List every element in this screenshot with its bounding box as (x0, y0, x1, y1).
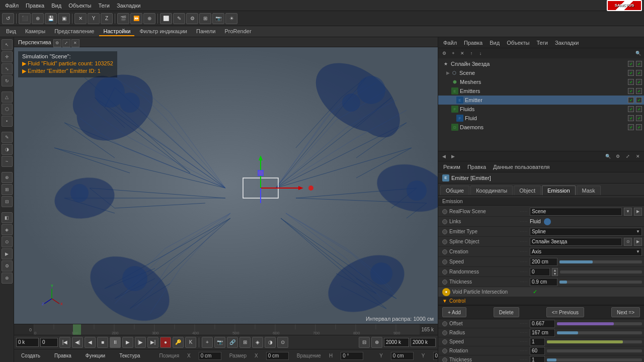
tree-item-scene[interactable]: ▶ ⬡ Scene ✓ ✓ (438, 68, 644, 77)
pause-btn[interactable]: ⏸ (110, 337, 121, 348)
offset-radio[interactable] (442, 321, 447, 326)
frame-start-input[interactable] (16, 338, 39, 347)
rp-menu-objects[interactable]: Объекты (504, 39, 532, 47)
undo-btn[interactable]: ↺ (2, 13, 14, 24)
tree-item-fluids[interactable]: F Fluids ✓ ✓ (438, 105, 644, 114)
ctrl-speed-input[interactable] (530, 338, 545, 346)
paint-btn[interactable]: ✎ (173, 13, 185, 24)
rp-menu-view[interactable]: Вид (487, 39, 503, 47)
offset-input[interactable] (530, 320, 555, 328)
motion-track-btn[interactable]: + (202, 337, 213, 348)
point-tool-icon[interactable]: • (2, 116, 13, 127)
tree-item-daemons[interactable]: D Daemons ✓ ✓ (438, 123, 644, 132)
snap-icon[interactable]: ⊕ (2, 172, 13, 183)
move-btn[interactable]: ✕ (74, 13, 87, 24)
anim-icon[interactable]: ▶ (2, 248, 13, 259)
props-menu-mode[interactable]: Режим (440, 163, 463, 171)
menu-tags[interactable]: Теги (96, 2, 113, 10)
void-particle-indicator[interactable]: ● (442, 288, 450, 296)
fluid-check2[interactable]: ✓ (636, 115, 642, 121)
spline-star-check1[interactable]: ✓ (628, 61, 634, 67)
emitters-check1[interactable]: ✓ (628, 88, 634, 94)
tree-item-spline-star[interactable]: ★ Сплайн Звезда ✓ ✓ (438, 59, 644, 68)
emitter-type-radio[interactable] (442, 229, 447, 234)
creation-dropdown[interactable]: Axis ▼ (530, 248, 642, 256)
emitter-check2[interactable]: ✓ (636, 97, 642, 103)
props-search-btn[interactable]: 🔍 (604, 152, 612, 160)
tab-general[interactable]: Общие (440, 186, 469, 195)
radius-slider[interactable] (557, 331, 642, 334)
meshers-check2[interactable]: ✓ (636, 79, 642, 85)
new-scene-btn[interactable]: ⬛ (19, 13, 31, 24)
prev-keyframe-btn[interactable]: ◀| (72, 337, 83, 348)
tab-object[interactable]: Object (514, 186, 541, 195)
thickness-radio[interactable] (442, 280, 447, 285)
realflow-scene-radio[interactable] (442, 209, 447, 214)
tree-item-emitter[interactable]: E Emitter ✓ ✓ (438, 96, 644, 105)
edit-menu-item[interactable]: Правка (51, 352, 74, 359)
speed-slider[interactable] (559, 260, 642, 263)
emitter-check1[interactable]: ✓ (628, 97, 634, 103)
props-settings-btn[interactable]: ⚙ (614, 152, 622, 160)
cam-track-btn[interactable]: 📷 (214, 337, 225, 348)
viewport-maximize-btn[interactable]: ⤢ (62, 39, 70, 47)
fluids-check1[interactable]: ✓ (628, 106, 634, 112)
sy-input[interactable] (433, 352, 438, 360)
emitter-info-arrow[interactable]: ▶ (22, 68, 26, 74)
rotate-tool-icon[interactable]: ↻ (2, 75, 13, 86)
viewport-settings-btn[interactable]: ⚙ (53, 39, 61, 47)
ctrl-thickness-input[interactable] (530, 356, 545, 363)
measure-icon[interactable]: ⊟ (2, 196, 13, 207)
spline-object-pick-btn[interactable]: ⊙ (624, 238, 632, 246)
spline-object-radio[interactable] (442, 239, 447, 244)
scene-check1[interactable]: ✓ (628, 70, 634, 76)
fluid-info-arrow[interactable]: ▶ (22, 60, 26, 66)
tab-panels[interactable]: Панели (192, 27, 219, 36)
menu-objects[interactable]: Объекты (65, 2, 94, 10)
scene-search-btn[interactable]: 🔍 (634, 49, 642, 57)
props-next-btn[interactable]: ▶ (449, 153, 456, 160)
add-btn[interactable]: + Add (442, 307, 466, 317)
meshers-check1[interactable]: ✓ (628, 79, 634, 85)
props-prev-btn[interactable]: ◀ (440, 153, 447, 160)
script-icon[interactable]: ⊗ (2, 273, 13, 284)
cam-btn[interactable]: 📷 (212, 13, 224, 24)
props-maximize-btn[interactable]: ⤢ (624, 152, 632, 160)
randomness-input[interactable] (530, 268, 550, 276)
x-input[interactable] (199, 352, 221, 360)
rotate-z-btn[interactable]: Z (101, 13, 113, 24)
offset-slider[interactable] (557, 322, 642, 325)
frame-end-input[interactable] (384, 338, 409, 347)
auto-key-btn[interactable]: 🔑 (173, 337, 184, 348)
menu-file[interactable]: Файл (2, 2, 22, 10)
radius-radio[interactable] (442, 330, 447, 335)
props-close-btn[interactable]: ✕ (634, 152, 642, 160)
scene-tree-add-btn[interactable]: + (449, 49, 457, 57)
randomness-stepper[interactable]: ▲▼ (552, 268, 558, 276)
realflow-scene-nav-btn[interactable]: ▶ (634, 208, 642, 216)
tab-coordinates[interactable]: Координаты (470, 186, 513, 195)
links-radio[interactable] (442, 219, 447, 224)
scene-tree-delete-btn[interactable]: ✕ (458, 49, 466, 57)
stop-btn[interactable]: ■ (97, 337, 108, 348)
props-menu-edit[interactable]: Правка (464, 163, 489, 171)
pose-btn[interactable]: ◈ (252, 337, 263, 348)
grid-icon[interactable]: ⊞ (2, 184, 13, 195)
next-keyframe-btn[interactable]: |▶ (135, 337, 146, 348)
timeline-ruler[interactable]: 0 100 200 300 400 500 600 700 800 900 (34, 324, 420, 335)
tab-emission[interactable]: Emission (542, 186, 576, 195)
scene-tree-move-up-btn[interactable]: ↑ (467, 49, 475, 57)
viewport-canvas[interactable]: Simulation "Scene": ▶ Fluid "Fluid" part… (14, 47, 438, 324)
daemons-check1[interactable]: ✓ (628, 124, 634, 130)
spline-tool-icon[interactable]: ~ (2, 156, 13, 167)
play-btn[interactable]: ▶ (122, 337, 133, 348)
spline-star-check2[interactable]: ✓ (636, 61, 642, 67)
morph-btn[interactable]: ◑ (265, 337, 276, 348)
tab-vid[interactable]: Вид (2, 27, 20, 36)
viewport-close-btn[interactable]: ✕ (71, 39, 79, 47)
tree-item-fluid[interactable]: F Fluid ✓ ✓ (438, 114, 644, 123)
radius-input[interactable] (530, 329, 555, 337)
rp-menu-file[interactable]: Файл (440, 39, 460, 47)
menu-edit[interactable]: Правка (23, 2, 47, 10)
creation-radio[interactable] (442, 249, 447, 254)
